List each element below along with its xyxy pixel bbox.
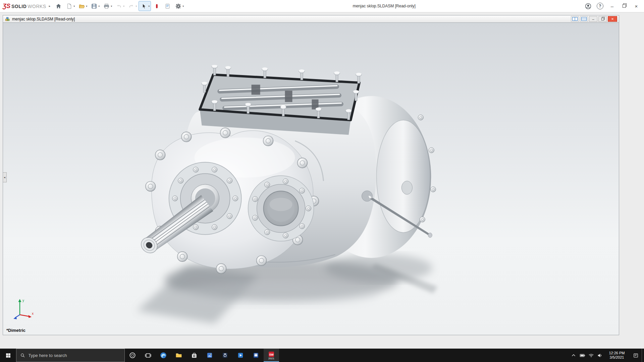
new-document-button[interactable]: ▾	[64, 1, 76, 11]
pinned-app-movies-tv[interactable]	[248, 349, 264, 362]
y-axis-label: y	[22, 299, 24, 302]
start-button[interactable]	[0, 349, 16, 362]
show-desktop-button[interactable]	[642, 349, 644, 362]
cortana-icon	[129, 352, 136, 359]
dropdown-caret-icon[interactable]: ▾	[182, 5, 184, 8]
edge-browser-icon	[160, 352, 167, 359]
dropdown-caret-icon[interactable]: ▾	[136, 5, 137, 8]
pinned-app-photos[interactable]	[202, 349, 217, 362]
print-button[interactable]: ▾	[101, 1, 113, 11]
feature-panel-toggle[interactable]: ◂	[3, 172, 7, 182]
search-input[interactable]	[29, 353, 121, 358]
3d-model-scene[interactable]	[3, 23, 619, 335]
task-view-button[interactable]	[140, 349, 156, 362]
right-bearing-boss	[248, 176, 314, 241]
pinned-app-edge[interactable]	[156, 349, 171, 362]
photos-icon	[206, 352, 213, 359]
brand-name-bold: SOLID	[11, 4, 26, 9]
file-explorer-icon	[175, 352, 182, 359]
document-window: menjac sklop.SLDASM [Read-only] – ×	[3, 15, 619, 336]
pinned-app-file-explorer[interactable]	[171, 349, 186, 362]
volume-control[interactable]	[595, 349, 604, 362]
redo-button[interactable]: ▾	[126, 1, 138, 11]
x-axis-label: x	[32, 312, 34, 315]
dropdown-caret-icon[interactable]: ▾	[123, 5, 124, 8]
dropdown-caret-icon[interactable]: ▾	[73, 5, 75, 8]
save-button[interactable]: ▾	[89, 1, 101, 11]
windows-logo-icon	[5, 353, 11, 358]
doc-restore-icon	[601, 18, 604, 20]
dropdown-caret-icon[interactable]: ▾	[86, 5, 87, 8]
windows-taskbar: SW 2021 12:2	[0, 349, 644, 362]
document-title: menjac sklop.SLDASM [Read-only]	[12, 17, 75, 21]
dropdown-caret-icon[interactable]: ▾	[98, 5, 100, 8]
taskbar-clock[interactable]: 12:26 PM 3/5/2021	[604, 351, 630, 360]
svg-text:SW: SW	[269, 353, 274, 356]
restore-button[interactable]	[619, 1, 629, 11]
redo-icon	[127, 2, 135, 10]
search-icon	[20, 353, 25, 358]
dropdown-caret-icon[interactable]: ▾	[111, 5, 112, 8]
document-report-icon	[163, 2, 171, 10]
new-document-icon	[65, 2, 73, 10]
camera-app-icon	[221, 352, 229, 359]
battery-status[interactable]	[578, 349, 587, 362]
menu-flyout-arrow-icon[interactable]: ▸	[49, 4, 51, 8]
orientation-triad: y x	[10, 296, 37, 325]
print-icon	[102, 2, 110, 10]
doc-minimize-button[interactable]: –	[589, 16, 597, 22]
network-status[interactable]	[587, 349, 595, 362]
doc-close-button[interactable]: ×	[608, 16, 617, 22]
close-button[interactable]: ×	[631, 1, 641, 11]
pinned-app-camera[interactable]	[217, 349, 233, 362]
titlebar-right-controls: ? – ×	[583, 1, 641, 11]
battery-icon	[579, 352, 586, 359]
microsoft-store-icon	[191, 352, 198, 359]
clock-time: 12:26 PM	[605, 351, 628, 355]
minimize-button[interactable]: –	[607, 1, 617, 11]
brand-name-light: WORKS	[28, 4, 46, 9]
wifi-icon	[588, 352, 594, 359]
task-view-icon	[145, 352, 152, 359]
assembly-doc-icon	[5, 16, 10, 22]
select-tool-button[interactable]: ▾	[139, 1, 151, 11]
file-properties-button[interactable]	[162, 1, 172, 11]
taskbar-app-solidworks[interactable]: SW 2021	[264, 349, 279, 362]
red-tool-button[interactable]	[152, 1, 162, 11]
action-center-button[interactable]	[630, 352, 642, 359]
document-titlebar[interactable]: menjac sklop.SLDASM [Read-only] – ×	[3, 15, 619, 22]
solidworks-year-badge: 2021	[268, 357, 274, 360]
solidworks-app-icon: SW	[268, 351, 275, 358]
pinned-app-store[interactable]	[186, 349, 202, 362]
tray-expand-button[interactable]	[569, 349, 578, 362]
help-button[interactable]: ?	[595, 1, 605, 11]
save-icon	[90, 2, 98, 10]
media-player-icon	[237, 352, 244, 359]
action-center-icon	[633, 352, 639, 359]
home-button[interactable]	[53, 1, 63, 11]
y-axis-icon	[18, 299, 21, 302]
options-button[interactable]: ▾	[173, 1, 185, 11]
home-icon	[54, 2, 62, 10]
cortana-button[interactable]	[125, 349, 140, 362]
undo-icon	[115, 2, 123, 10]
dassault-logo-icon: ƷS	[3, 3, 10, 10]
split-view-horizontal-button[interactable]	[580, 16, 588, 22]
open-folder-icon	[77, 2, 86, 10]
open-button[interactable]: ▾	[76, 1, 88, 11]
account-button[interactable]	[583, 1, 593, 11]
clock-date: 3/5/2021	[605, 355, 628, 360]
help-icon: ?	[597, 3, 603, 9]
dropdown-caret-icon[interactable]: ▾	[148, 5, 150, 8]
app-titlebar: ƷS SOLID WORKS ▸ ▾ ▾ ▾ ▾ ▾	[0, 0, 644, 12]
doc-restore-button[interactable]	[598, 16, 607, 22]
split-view-vertical-button[interactable]	[571, 16, 579, 22]
solidworks-taskbar-tile: SW 2021	[268, 351, 275, 360]
taskbar-search[interactable]	[16, 349, 125, 362]
gear-icon	[174, 2, 182, 10]
restore-icon	[623, 4, 626, 8]
pinned-app-media-player[interactable]	[233, 349, 248, 362]
undo-button[interactable]: ▾	[114, 1, 125, 11]
app-window-title: menjac sklop.SLDASM [Read-only]	[185, 4, 583, 8]
graphics-viewport[interactable]: y x *Dimetric ◂	[3, 22, 619, 335]
